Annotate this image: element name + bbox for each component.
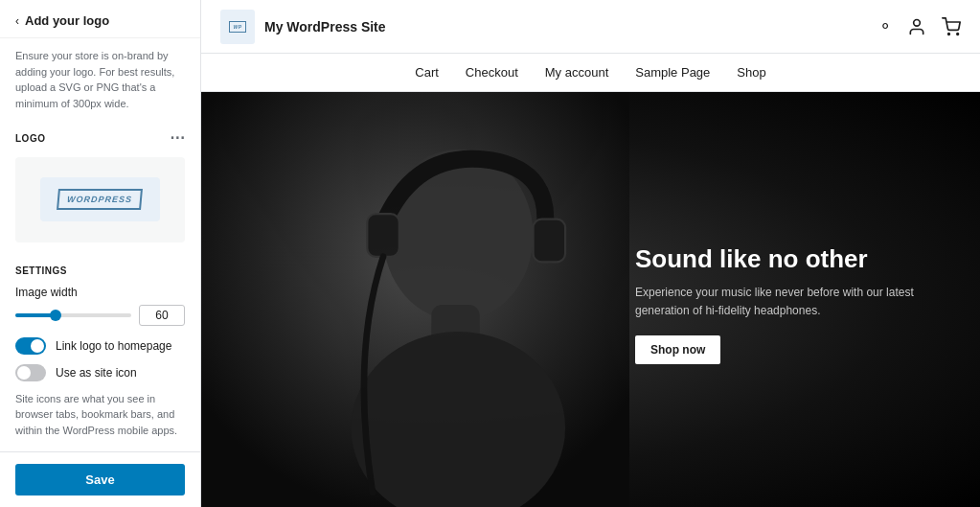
link-logo-label: Link logo to homepage: [56, 339, 171, 353]
site-icon-label: Use as site icon: [56, 366, 137, 380]
logo-thumb-image: WP: [229, 21, 245, 33]
nav-checkout[interactable]: Checkout: [466, 65, 518, 80]
hero-section: Sound like no other Experience your musi…: [201, 92, 980, 507]
save-button[interactable]: Save: [15, 464, 185, 495]
svg-rect-7: [367, 214, 399, 257]
logo-preview: WORDPRESS: [40, 177, 159, 221]
nav-shop[interactable]: Shop: [737, 65, 765, 80]
svg-rect-8: [534, 219, 566, 263]
preview-nav: Cart Checkout My account Sample Page Sho…: [201, 54, 980, 92]
panel-description: Ensure your store is on-brand by adding …: [0, 38, 200, 123]
hero-person-illustration: [201, 92, 629, 507]
image-width-input[interactable]: [139, 305, 185, 326]
nav-cart[interactable]: Cart: [415, 65, 439, 80]
svg-point-4: [383, 150, 533, 321]
slider-track: [15, 313, 131, 317]
preview-topbar: WP My WordPress Site ⚬: [201, 0, 980, 54]
site-icon-toggle[interactable]: [15, 364, 46, 381]
back-arrow-icon[interactable]: ‹: [15, 14, 19, 28]
cart-icon[interactable]: [942, 17, 961, 36]
hero-content: Sound like no other Experience your musi…: [635, 235, 980, 365]
slider-thumb[interactable]: [50, 310, 61, 321]
save-btn-container: Save: [0, 451, 200, 507]
nav-my-account[interactable]: My account: [545, 65, 608, 80]
account-icon[interactable]: ⚬: [878, 16, 892, 36]
logo-label: LOGO: [15, 133, 45, 144]
topbar-icons: ⚬: [878, 16, 961, 36]
logo-image: WORDPRESS: [57, 189, 144, 210]
logo-upload-area[interactable]: WORDPRESS: [15, 157, 185, 242]
svg-point-0: [914, 19, 921, 26]
left-panel: ‹ Add your logo Ensure your store is on-…: [0, 0, 201, 507]
panel-title: Add your logo: [25, 13, 109, 28]
site-icon-description: Site icons are what you see in browser t…: [0, 391, 200, 452]
svg-point-2: [957, 33, 959, 35]
link-logo-row: Link logo to homepage: [15, 337, 185, 355]
logo-section-header: LOGO ⋯: [0, 123, 200, 151]
panel-header: ‹ Add your logo: [0, 0, 200, 38]
nav-sample-page[interactable]: Sample Page: [635, 65, 710, 80]
image-width-row: [15, 305, 185, 326]
hero-title: Sound like no other: [635, 244, 942, 274]
person-icon[interactable]: [907, 17, 926, 36]
shop-now-button[interactable]: Shop now: [635, 335, 720, 364]
logo-thumbnail: WP: [220, 10, 255, 44]
site-icon-row: Use as site icon: [15, 364, 185, 381]
hero-description: Experience your music like never before …: [635, 284, 942, 320]
toggle-knob: [31, 339, 44, 353]
logo-options-icon[interactable]: ⋯: [170, 130, 186, 146]
image-width-label: Image width: [15, 286, 185, 299]
settings-section: SETTINGS Image width Link logo to homepa…: [0, 256, 200, 391]
site-logo-preview: WP My WordPress Site: [220, 10, 386, 44]
link-logo-toggle[interactable]: [15, 337, 46, 355]
svg-point-1: [948, 33, 950, 35]
settings-label: SETTINGS: [15, 265, 185, 276]
toggle-knob-2: [17, 366, 31, 380]
right-preview: WP My WordPress Site ⚬ Cart Checkout My …: [201, 0, 980, 507]
site-name: My WordPress Site: [264, 19, 386, 35]
